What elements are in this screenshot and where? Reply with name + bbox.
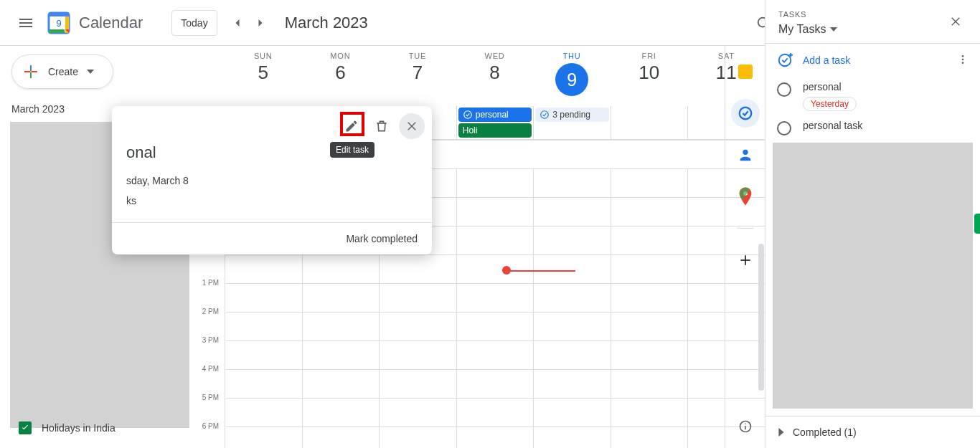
task-check-icon [463, 110, 473, 120]
add-task-label: Add a task [803, 54, 850, 66]
day-number: 5 [225, 62, 302, 84]
maps-icon[interactable] [731, 182, 760, 211]
task-check-icon [540, 110, 550, 120]
completed-label: Completed (1) [793, 426, 857, 438]
add-task-button[interactable]: Add a task [777, 52, 850, 68]
add-task-icon [777, 52, 793, 68]
chip-label: personal [476, 110, 509, 120]
hamburger-menu-icon[interactable] [11, 9, 40, 37]
day-number: 10 [611, 62, 688, 84]
day-header[interactable]: SUN 5 [225, 46, 302, 106]
event-chip[interactable]: Holi [458, 123, 532, 138]
svg-point-19 [463, 111, 471, 119]
completed-toggle[interactable]: Completed (1) [765, 416, 980, 448]
svg-point-29 [779, 54, 791, 67]
task-chip[interactable]: personal [458, 108, 532, 122]
task-complete-circle[interactable] [777, 82, 791, 97]
popup-date: sday, March 8 [112, 175, 432, 186]
day-header-today[interactable]: THU 9 [533, 46, 611, 106]
side-panel-rail [725, 46, 765, 448]
hour-label: 4 PM [184, 365, 225, 394]
svg-point-26 [745, 423, 746, 424]
tasks-panel: TASKS My Tasks Add a task personal Yeste… [765, 0, 980, 448]
hour-label: 1 PM [184, 279, 225, 308]
day-of-week: THU [533, 52, 611, 60]
task-item[interactable]: personal task [765, 115, 980, 140]
svg-point-33 [962, 58, 964, 60]
prev-week-button[interactable] [226, 11, 249, 34]
app-title: Calendar [79, 14, 143, 32]
info-icon[interactable] [731, 412, 760, 441]
create-button[interactable]: Create [11, 54, 113, 89]
calendar-list-label: Holidays in India [42, 422, 116, 434]
create-button-label: Create [48, 66, 78, 77]
plus-icon [22, 63, 39, 80]
more-icon[interactable] [957, 54, 969, 67]
calendar-logo-icon: 9 [44, 9, 73, 37]
day-of-week: FRI [611, 52, 688, 60]
chip-label: Holi [463, 125, 478, 135]
today-button[interactable]: Today [171, 10, 217, 36]
svg-rect-1 [49, 13, 69, 16]
chevron-right-icon [777, 428, 786, 437]
day-header[interactable]: TUE 7 [379, 46, 456, 106]
day-of-week: MON [302, 52, 380, 60]
close-icon [405, 120, 418, 133]
tasks-icon[interactable] [731, 99, 760, 128]
day-of-week: SUN [225, 52, 302, 60]
day-number: 7 [379, 62, 456, 84]
pending-chip[interactable]: 3 pending [535, 108, 609, 122]
hour-label: 2 PM [184, 308, 225, 336]
tasks-list-name: My Tasks [778, 23, 826, 36]
now-indicator-line [505, 270, 575, 272]
trash-icon [374, 119, 389, 133]
pencil-icon [344, 119, 359, 133]
contacts-icon[interactable] [731, 140, 760, 169]
due-badge: Yesterday [803, 97, 857, 111]
hour-label: 6 PM [184, 422, 225, 448]
task-name: personal task [803, 120, 862, 131]
task-item[interactable]: personal Yesterday [765, 77, 980, 115]
day-header[interactable]: WED 8 [456, 46, 534, 106]
next-week-button[interactable] [249, 11, 272, 34]
chevron-down-icon [830, 27, 837, 32]
day-header-row: SUN 5 MON 6 TUE 7 WED 8 THU 9 FRI 10 SAT… [184, 46, 765, 106]
panel-drag-handle[interactable] [974, 214, 980, 234]
close-panel-icon[interactable] [944, 10, 967, 33]
close-popup-button[interactable] [399, 113, 425, 139]
now-indicator-dot [502, 266, 511, 275]
svg-point-20 [541, 111, 549, 119]
keep-icon[interactable] [731, 57, 760, 86]
svg-point-32 [962, 55, 964, 57]
tooltip: Edit task [330, 142, 374, 158]
delete-task-button[interactable] [369, 113, 395, 139]
day-of-week: WED [456, 52, 534, 60]
add-addon-icon[interactable] [731, 246, 760, 275]
day-header[interactable]: MON 6 [302, 46, 380, 106]
chevron-down-icon [87, 70, 94, 74]
svg-point-34 [962, 62, 964, 64]
day-number: 9 [555, 63, 588, 96]
current-range-label: March 2023 [285, 14, 368, 32]
hour-label: 3 PM [184, 336, 225, 365]
svg-point-22 [743, 150, 748, 155]
mark-completed-button[interactable]: Mark completed [112, 222, 432, 254]
task-details-popup: onal sday, March 8 ks Mark completed [112, 106, 432, 254]
day-of-week: TUE [379, 52, 456, 60]
hour-label: 5 PM [184, 394, 225, 422]
svg-rect-2 [49, 29, 65, 33]
day-header[interactable]: FRI 10 [611, 46, 688, 106]
tasks-masked-area [773, 143, 973, 409]
svg-text:9: 9 [56, 18, 61, 29]
checkbox-checked-icon[interactable] [19, 421, 32, 434]
task-complete-circle[interactable] [777, 121, 791, 135]
tasks-panel-label: TASKS [778, 10, 837, 19]
day-number: 6 [302, 62, 380, 84]
tasks-list-select[interactable]: My Tasks [778, 23, 837, 36]
popup-list: ks [112, 195, 432, 206]
edit-task-button[interactable] [339, 113, 364, 139]
day-number: 8 [456, 62, 534, 84]
task-name: personal [803, 81, 857, 92]
popup-title: onal [112, 143, 432, 162]
calendar-list-item[interactable]: Holidays in India [19, 421, 116, 434]
